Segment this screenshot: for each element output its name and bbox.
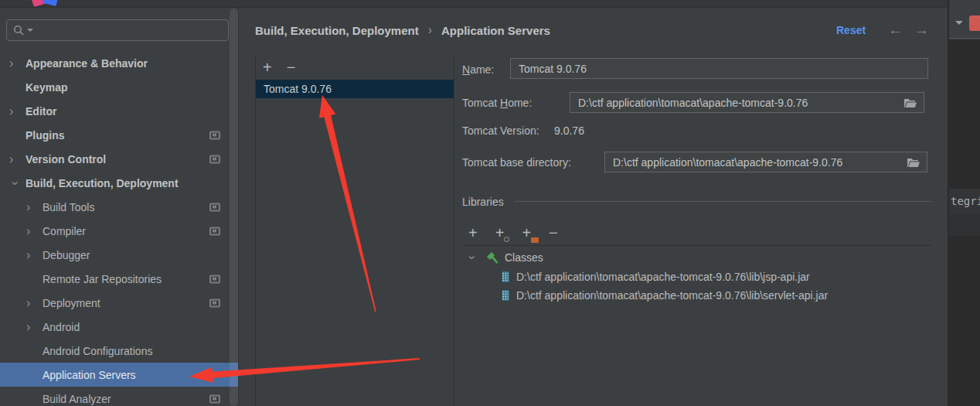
sidebar-item-label: Build Analyzer xyxy=(43,393,111,405)
sidebar-item-android-configurations[interactable]: Android Configurations xyxy=(0,339,239,363)
plugin-badge-icon xyxy=(209,203,220,211)
sidebar-item-plugins[interactable]: Plugins xyxy=(0,123,239,147)
add-library-url-button[interactable]: + xyxy=(495,225,505,241)
sidebar-scrollbar[interactable] xyxy=(230,9,238,406)
add-library-folder-button[interactable]: + xyxy=(522,225,531,241)
tomcat-home-label: Tomcat Home: xyxy=(462,97,532,109)
tomcat-version-label: Tomcat Version: xyxy=(462,125,539,137)
forward-arrow-icon[interactable]: → xyxy=(914,22,929,39)
search-options-caret-icon[interactable] xyxy=(27,29,33,32)
tomcat-home-value: D:\ctf application\tomacat\apache-tomcat… xyxy=(578,97,897,109)
folder-picker-icon[interactable] xyxy=(903,97,917,108)
sidebar-item-label: Android xyxy=(43,321,80,333)
folder-picker-icon[interactable] xyxy=(907,157,920,168)
settings-search-box[interactable] xyxy=(6,19,229,41)
libraries-section-title: Libraries xyxy=(462,196,504,208)
breadcrumb: Build, Execution, Deployment › Applicati… xyxy=(255,23,550,37)
sidebar-item-label: Remote Jar Repositories xyxy=(43,273,162,285)
sidebar-item-label: Deployment xyxy=(43,297,100,309)
reset-link[interactable]: Reset xyxy=(836,24,866,36)
server-list-panel: + − Tomcat 9.0.76 xyxy=(255,54,454,406)
add-server-button[interactable]: + xyxy=(263,60,272,75)
sidebar-item-label: Build, Execution, Deployment xyxy=(26,177,179,189)
server-list-toolbar: + − xyxy=(256,54,454,80)
add-library-button[interactable]: + xyxy=(468,225,478,241)
chevron-right-icon[interactable] xyxy=(26,225,43,237)
plugin-badge-icon xyxy=(209,131,220,139)
sidebar-item-remote-jar-repositories[interactable]: Remote Jar Repositories xyxy=(0,267,239,291)
classes-tree-node[interactable]: Classes xyxy=(465,248,543,266)
sidebar-item-version-control[interactable]: Version Control xyxy=(0,147,239,171)
jar-list-item[interactable]: D:\ctf application\tomacat\apache-tomcat… xyxy=(501,268,828,286)
tomcat-base-dir-value: D:\ctf application\tomacat\apache-tomcat… xyxy=(613,156,900,169)
remove-server-button[interactable]: − xyxy=(287,60,296,75)
name-label: Name: xyxy=(462,63,494,76)
editor-line-highlight xyxy=(949,214,980,236)
settings-sidebar: Appearance & Behavior Keymap Editor Plug… xyxy=(0,9,239,406)
sidebar-item-label: Version Control xyxy=(26,153,106,165)
breadcrumb-parent[interactable]: Build, Execution, Deployment xyxy=(255,24,419,37)
url-badge-icon xyxy=(504,237,509,242)
jar-icon xyxy=(501,289,510,302)
sidebar-item-label: Application Servers xyxy=(43,369,136,381)
breadcrumb-current: Application Servers xyxy=(441,24,550,37)
sidebar-item-android[interactable]: Android xyxy=(0,315,239,339)
plugin-badge-icon xyxy=(209,155,220,163)
stop-button[interactable] xyxy=(969,15,980,31)
sidebar-item-application-servers[interactable]: Application Servers xyxy=(0,363,239,387)
sidebar-item-editor[interactable]: Editor xyxy=(0,99,239,123)
jar-path: D:\ctf application\tomacat\apache-tomcat… xyxy=(516,289,828,302)
chevron-right-icon[interactable] xyxy=(26,249,43,261)
plugin-badge-icon xyxy=(209,299,220,307)
sidebar-item-label: Android Configurations xyxy=(43,345,152,357)
sidebar-item-build-tools[interactable]: Build Tools xyxy=(0,195,239,219)
chevron-right-icon[interactable] xyxy=(26,201,43,213)
name-field[interactable]: Tomcat 9.0.76 xyxy=(510,58,928,79)
tomcat-base-dir-field[interactable]: D:\ctf application\tomacat\apache-tomcat… xyxy=(604,152,927,172)
server-list-item[interactable]: Tomcat 9.0.76 xyxy=(256,80,454,98)
sidebar-item-compiler[interactable]: Compiler xyxy=(0,219,239,243)
remove-library-button[interactable]: − xyxy=(549,225,558,241)
chevron-right-icon[interactable] xyxy=(9,57,26,70)
libraries-toolbar: + + + − xyxy=(468,225,558,241)
classes-label: Classes xyxy=(505,251,543,264)
jar-path: D:\ctf application\tomacat\apache-tomcat… xyxy=(516,271,810,283)
sidebar-item-label: Build Tools xyxy=(43,201,94,213)
jar-list: D:\ctf application\tomacat\apache-tomcat… xyxy=(501,268,828,305)
window-titlebar xyxy=(0,0,948,8)
sidebar-item-build-analyzer[interactable]: Build Analyzer xyxy=(0,387,239,406)
tomcat-home-field[interactable]: D:\ctf application\tomacat\apache-tomcat… xyxy=(570,92,924,113)
plugin-badge-icon xyxy=(209,275,220,283)
search-input[interactable] xyxy=(35,25,222,36)
folder-badge-icon xyxy=(531,237,539,243)
sidebar-item-label: Editor xyxy=(26,105,56,118)
sidebar-item-deployment[interactable]: Deployment xyxy=(0,291,239,315)
chevron-down-icon[interactable] xyxy=(466,251,478,264)
server-list: Tomcat 9.0.76 xyxy=(256,80,454,98)
jar-list-item[interactable]: D:\ctf application\tomacat\apache-tomcat… xyxy=(501,286,828,305)
ide-editor: tegri xyxy=(949,39,980,406)
settings-dialog: Appearance & Behavior Keymap Editor Plug… xyxy=(0,0,980,406)
chevron-right-icon[interactable] xyxy=(9,153,26,165)
section-divider xyxy=(515,201,931,202)
sidebar-item-build-execution-deployment[interactable]: Build, Execution, Deployment xyxy=(0,171,239,195)
chevron-right-icon[interactable] xyxy=(9,105,26,118)
sidebar-item-appearance-behavior[interactable]: Appearance & Behavior xyxy=(0,51,239,75)
sidebar-item-label: Debugger xyxy=(43,249,90,261)
plugin-badge-icon xyxy=(209,394,220,403)
ide-background: tegri xyxy=(948,0,980,406)
chevron-right-icon[interactable] xyxy=(26,321,43,333)
tomcat-base-dir-label: Tomcat base directory: xyxy=(462,156,571,169)
sidebar-item-label: Plugins xyxy=(26,129,65,142)
jar-icon xyxy=(501,271,510,283)
chevron-down-icon[interactable] xyxy=(9,177,22,189)
app-logo xyxy=(43,0,58,6)
sidebar-item-debugger[interactable]: Debugger xyxy=(0,243,239,267)
sidebar-item-keymap[interactable]: Keymap xyxy=(0,75,239,99)
classes-icon xyxy=(485,251,499,264)
editor-line: tegri xyxy=(949,189,980,214)
search-icon xyxy=(13,25,25,36)
back-arrow-icon[interactable]: ← xyxy=(888,22,903,39)
chevron-right-icon[interactable] xyxy=(26,297,43,309)
run-config-caret-icon[interactable] xyxy=(955,21,963,25)
